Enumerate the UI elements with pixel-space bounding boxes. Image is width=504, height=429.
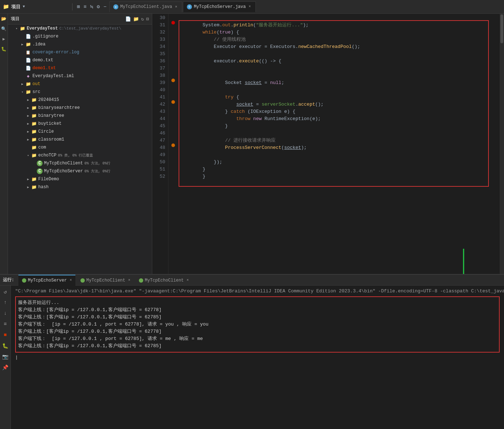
code-line-36: executor.execute(() -> {	[180, 58, 495, 65]
restart-btn[interactable]: ↺	[1, 288, 9, 296]
editor-scrollbar[interactable]	[500, 14, 504, 274]
main-area: 📂 🔍 ▶ 🐛 项目 📄 📁 ↻ ⊟ ▾ 📁 EverydayTest C:\t…	[0, 14, 504, 274]
file-icon-demo1: 📄	[25, 65, 31, 71]
gutter-marker-39	[171, 79, 175, 82]
activity-search-icon[interactable]: 🔍	[0, 25, 8, 32]
code-line-32: while(true) {	[180, 29, 495, 36]
bottom-tab-close-server[interactable]: ×	[70, 278, 72, 282]
tree-item-server[interactable]: C MyTcpEchoServer 0% 方法, 0%行	[8, 167, 152, 175]
activity-debug-icon[interactable]: 🐛	[0, 45, 8, 53]
sidebar-header: 项目 📄 📁 ↻ ⊟	[8, 14, 152, 25]
toolbar-layout-icon[interactable]: ⊞	[77, 4, 80, 10]
tree-label-gitignore: .gitignore	[32, 34, 58, 39]
code-line-43: } catch (IOException e) {	[180, 108, 495, 115]
sidebar-refresh-icon[interactable]: ↻	[141, 16, 144, 22]
scroll-up-btn[interactable]: ↑	[1, 298, 9, 306]
tree-item-bst[interactable]: ▶ 📁 binarysearchtree	[8, 104, 152, 112]
options-btn[interactable]: ≡	[1, 320, 9, 328]
code-line-51: }	[180, 166, 495, 173]
bottom-tab-server[interactable]: MyTcpEchoServer ×	[18, 275, 75, 286]
sidebar-new-folder-icon[interactable]: 📁	[133, 16, 139, 22]
tab-mytcpechoclient[interactable]: C MyTcpEchoClient.java ×	[109, 1, 182, 12]
tree-item-bt[interactable]: ▶ 📁 binarytree	[8, 112, 152, 120]
tree-label-circle: Circle	[38, 129, 54, 134]
activity-files-icon[interactable]: 📂	[0, 15, 8, 22]
code-line-45: }	[180, 123, 495, 130]
tree-item-iml[interactable]: ◆ EverydayTest.iml	[8, 72, 152, 80]
bottom-content: ↺ ↑ ↓ ≡ ■ 🐛 📷 📌 "C:\Program Files\Java\j…	[0, 286, 504, 429]
tree-item-coverage[interactable]: 📋 coverage-error.log	[8, 48, 152, 56]
toolbar-dropdown-icon[interactable]: ▼	[23, 5, 25, 9]
scroll-down-btn[interactable]: ↓	[1, 309, 9, 317]
tree-item-idea[interactable]: ▶ 📁 .idea	[8, 40, 152, 48]
output-area[interactable]: "C:\Program Files\Java\jdk-17\bin\java.e…	[11, 286, 504, 429]
top-toolbar: 📁 项目 ▼ ⊞ ≡ ≒ ⚙ − C MyTcpEchoClient.java …	[0, 0, 504, 14]
activity-run-icon[interactable]: ▶	[0, 35, 8, 43]
tree-item-20240415[interactable]: ▶ 📁 20240415	[8, 96, 152, 104]
folder-icon-buyticket: 📁	[31, 121, 37, 127]
bottom-tab-close-client2[interactable]: ×	[187, 278, 189, 282]
gutter-marker-31	[171, 21, 175, 25]
toolbar-divider-1	[72, 3, 73, 10]
pin-btn[interactable]: 📌	[1, 363, 9, 371]
toolbar-settings-icon[interactable]: ⚙	[97, 4, 100, 10]
tree-label-classroom1: classroom1	[38, 137, 64, 142]
tab-label-server: MyTcpEchoServer.java	[194, 4, 246, 9]
tab-mytcpechoserver[interactable]: C MyTcpEchoServer.java ×	[183, 1, 256, 12]
tab-close-client[interactable]: ×	[174, 5, 178, 9]
tree-item-circle[interactable]: ▶ 📁 Circle	[8, 128, 152, 136]
tree-label-client: MyTcpEchoClient	[44, 161, 83, 166]
tree-item-demo[interactable]: 📄 demo.txt	[8, 56, 152, 64]
toolbar-list-icon[interactable]: ≡	[83, 4, 86, 10]
tree-item-echotcp[interactable]: ▾ 📁 echoTCP 0% 类, 0% 行已覆盖	[8, 151, 152, 159]
bottom-panel: 运行: MyTcpEchoServer × MyTcpEchoClient × …	[0, 274, 504, 429]
tree-item-buyticket[interactable]: ▶ 📁 buyticket	[8, 120, 152, 128]
folder-everydaytest-icon: 📁	[19, 26, 25, 31]
tree-arrow-idea: ▶	[19, 43, 25, 47]
bottom-tab-icon-server	[22, 278, 26, 283]
editor-scrollbar-thumb[interactable]	[500, 14, 503, 43]
sidebar-new-file-icon[interactable]: 📄	[125, 16, 131, 22]
code-line-34: Executor executor = Executors.newCachedT…	[180, 43, 495, 50]
toolbar-sort-icon[interactable]: ≒	[90, 4, 93, 10]
bottom-tab-client1[interactable]: MyTcpEchoClient ×	[77, 275, 134, 286]
tree-arrow-circle: ▶	[25, 130, 31, 134]
tree-item-classroom1[interactable]: ▶ 📁 classroom1	[8, 136, 152, 143]
sidebar-collapse-icon[interactable]: ⊟	[146, 16, 149, 22]
tree-item-demo1[interactable]: 📄 demo1.txt	[8, 64, 152, 72]
tree-arrow-src: ▾	[19, 90, 25, 94]
output-line-6: 客户端上线：[客户端ip = /127.0.0.1,客户端端口号 = 62785…	[18, 342, 497, 350]
tree-item-src[interactable]: ▾ 📁 src	[8, 88, 152, 96]
bottom-tab-close-client1[interactable]: ×	[128, 278, 130, 282]
tree-item-com[interactable]: 📁 com	[8, 143, 152, 151]
java-icon-client: C	[37, 160, 43, 166]
camera-btn[interactable]: 📷	[1, 353, 9, 361]
tree-label-coverage: coverage-error.log	[32, 50, 79, 55]
tree-item-hash[interactable]: ▶ 📁 hash	[8, 183, 152, 191]
tree-label-bst: binarysearchtree	[38, 105, 80, 110]
folder-icon-echotcp: 📁	[31, 152, 37, 158]
folder-icon-classroom1: 📁	[31, 137, 37, 142]
toolbar-minimize-icon[interactable]: −	[104, 4, 106, 10]
code-area[interactable]: System.out.println("服务器开始运行..."); while(…	[176, 14, 500, 274]
tree-item-out[interactable]: ▶ 📁 out	[8, 80, 152, 88]
code-gutter	[168, 14, 176, 274]
folder-icon-out: 📁	[25, 81, 31, 87]
tree-item-gitignore[interactable]: 📄 .gitignore	[8, 32, 152, 40]
tree-arrow-bt: ▶	[25, 114, 31, 118]
sidebar-content[interactable]: ▾ 📁 EverydayTest C:\test_java\EverydayTe…	[8, 25, 152, 274]
tree-label-echotcp: echoTCP	[38, 153, 56, 158]
tree-item-client[interactable]: C MyTcpEchoClient 0% 方法, 0%行	[8, 159, 152, 167]
bottom-tab-client2[interactable]: MyTcpEchoClient ×	[135, 275, 192, 286]
bug-btn[interactable]: 🐛	[1, 342, 9, 350]
tree-item-filedemo[interactable]: ▶ 📁 FileDemo	[8, 175, 152, 183]
sidebar-actions: 📄 📁 ↻ ⊟	[125, 16, 149, 22]
tab-icon-server: C	[187, 4, 192, 9]
tab-close-server[interactable]: ×	[247, 4, 252, 9]
tree-badge-root-path: C:\test_java\EverydayTest\	[59, 26, 121, 31]
java-icon-server: C	[37, 168, 43, 174]
stop-btn[interactable]: ■	[1, 331, 9, 339]
tree-root[interactable]: ▾ 📁 EverydayTest C:\test_java\EverydayTe…	[8, 25, 152, 32]
tree-arrow-classroom1: ▶	[25, 138, 31, 142]
tree-label-root: EverydayTest	[27, 26, 58, 31]
